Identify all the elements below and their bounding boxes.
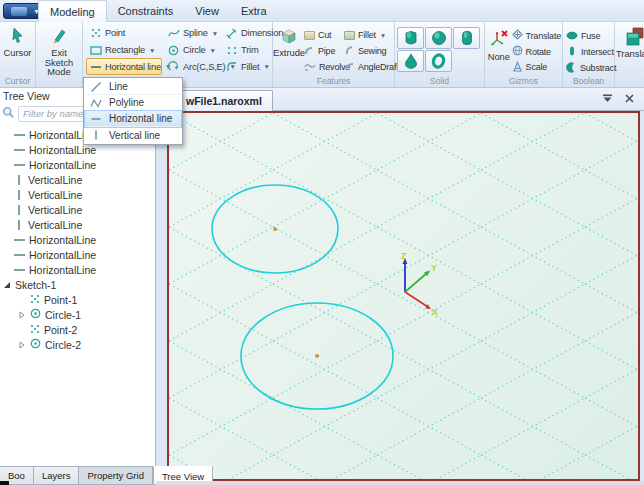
point-icon: [30, 324, 40, 336]
tree-item[interactable]: HorizontalLine: [0, 262, 155, 277]
fillet-feature-icon: [344, 31, 355, 40]
tree-item-label: Sketch-1: [15, 279, 56, 291]
group-footer-boolean: Boolean: [563, 76, 614, 86]
tree-item[interactable]: Circle-2: [0, 337, 155, 352]
ribbon-group-gizmos: None Translate Rotate Scale Gizmos: [485, 22, 563, 87]
substract-button[interactable]: Substract: [566, 60, 613, 76]
polyline-icon: [90, 97, 102, 109]
expander-collapsed-icon[interactable]: [18, 339, 26, 351]
tree-item-label: Point-1: [44, 294, 77, 306]
menu-item-label: Horizontal line: [109, 113, 172, 124]
exit-sketch-mode-button[interactable]: Exit Sketch Mode: [37, 25, 81, 75]
translate-button[interactable]: Translate: [616, 25, 644, 75]
pipe-label: Pipe: [318, 46, 335, 56]
document-tab[interactable]: wFile1.naroxml: [179, 90, 273, 111]
tree-item[interactable]: VerticalLine: [0, 172, 155, 187]
expander-expanded-icon[interactable]: [3, 279, 11, 291]
cut-label: Cut: [318, 30, 331, 40]
cut-button[interactable]: Cut: [304, 27, 344, 43]
trim-icon: [225, 45, 238, 55]
viewport-canvas[interactable]: Z Y X: [167, 111, 640, 481]
menu-item-horizontal-line[interactable]: Horizontal line: [85, 111, 181, 127]
group-footer-gizmos: Gizmos: [485, 76, 562, 86]
cone-icon: [404, 53, 418, 69]
gizmo-rotate-button[interactable]: Rotate: [512, 44, 561, 60]
horizontal-line-icon: [14, 134, 25, 136]
gizmo-translate-button[interactable]: Translate: [512, 28, 561, 44]
horizontal-line-icon: [89, 66, 102, 68]
scale-gizmo-icon: [512, 61, 523, 74]
tab-constraints[interactable]: Constraints: [107, 0, 185, 22]
tree-item[interactable]: HorizontalLine: [0, 232, 155, 247]
tab-layers[interactable]: Layers: [34, 467, 80, 485]
tree-item[interactable]: Circle-1: [0, 307, 155, 322]
menu-item-vertical-line[interactable]: Vertical line: [85, 127, 181, 143]
close-icon[interactable]: [625, 93, 634, 105]
menu-item-polyline[interactable]: Polyline: [85, 95, 181, 111]
tree-item-label: VerticalLine: [28, 204, 82, 216]
tab-modeling[interactable]: Modeling: [38, 0, 107, 22]
gizmo-none-button[interactable]: None: [486, 25, 512, 75]
point-icon: [30, 294, 40, 306]
horizontal-line-button[interactable]: Horizontal line ▼: [86, 58, 162, 75]
fillet-feature-button[interactable]: Fillet ▼: [344, 27, 394, 43]
ribbon-group-cursor: Cursor Cursor: [0, 22, 36, 87]
solid-cone-button[interactable]: [397, 50, 424, 72]
menu-item-label: Vertical line: [109, 130, 160, 141]
sewing-button[interactable]: Sewing: [344, 43, 394, 59]
pipe-button[interactable]: Pipe: [304, 43, 344, 59]
tab-property-grid[interactable]: Property Grid: [79, 467, 153, 485]
substract-icon: [566, 62, 577, 75]
angledraft-button[interactable]: AngleDraft: [344, 59, 394, 75]
circle-button[interactable]: Circle ▼: [164, 42, 220, 59]
expander-collapsed-icon[interactable]: [18, 309, 26, 321]
gizmo-scale-button[interactable]: Scale: [512, 59, 561, 75]
vertical-line-icon: [90, 129, 102, 141]
cursor-button[interactable]: Cursor: [1, 25, 34, 75]
solid-box-button[interactable]: [397, 27, 424, 49]
revolve-button[interactable]: Revolve: [304, 59, 344, 75]
menu-item-line[interactable]: Line: [85, 79, 181, 95]
tree-item[interactable]: HorizontalLine: [0, 157, 155, 172]
solid-sphere-button[interactable]: [425, 27, 452, 49]
tree-item-label: Circle-2: [45, 339, 81, 351]
tree-item[interactable]: HorizontalLine: [0, 247, 155, 262]
tree-item[interactable]: VerticalLine: [0, 217, 155, 232]
solid-cylinder-button[interactable]: [453, 27, 480, 49]
axis-z-label: Z: [401, 251, 407, 261]
tree-item-sketch[interactable]: Sketch-1: [0, 277, 155, 292]
menu-item-label: Line: [109, 81, 128, 92]
group-footer-cursor: Cursor: [0, 76, 35, 86]
fuse-button[interactable]: Fuse: [566, 28, 613, 44]
tree-item[interactable]: Point-1: [0, 292, 155, 307]
pin-panel-icon[interactable]: [602, 93, 613, 105]
angledraft-icon: [344, 61, 355, 74]
circle-1-center-point[interactable]: [274, 228, 277, 231]
trim-button[interactable]: Trim: [222, 42, 274, 59]
line-type-dropdown: Line Polyline Horizontal line Vertical l…: [83, 77, 183, 145]
point-button[interactable]: Point: [86, 25, 162, 42]
solid-torus-button[interactable]: [425, 50, 452, 72]
pipe-icon: [304, 45, 315, 58]
circle-icon: [167, 45, 180, 56]
sewing-icon: [344, 45, 355, 58]
tab-view[interactable]: View: [184, 0, 230, 22]
horizontal-line-icon: [14, 164, 25, 166]
extrude-button[interactable]: Extrude: [274, 25, 304, 75]
exit-sketch-mode-label: Exit Sketch Mode: [37, 49, 81, 78]
dimension-button[interactable]: Dimension ▼: [222, 25, 274, 42]
arc-button[interactable]: Arc(C,S,E) ▼: [164, 58, 220, 75]
tree-item[interactable]: VerticalLine: [0, 202, 155, 217]
rectangle-button[interactable]: Rectangle ▼: [86, 42, 162, 59]
cursor-button-label: Cursor: [4, 49, 32, 59]
fillet-button[interactable]: Fillet ▼: [222, 58, 274, 75]
tree-item[interactable]: Point-2: [0, 322, 155, 337]
vertical-line-icon: [18, 205, 20, 215]
intersect-button[interactable]: Intersect: [566, 44, 613, 60]
circle-2-center-point[interactable]: [315, 354, 319, 357]
tab-extra[interactable]: Extra: [230, 0, 278, 22]
spline-button[interactable]: Spline ▼: [164, 25, 220, 42]
tree-item[interactable]: VerticalLine: [0, 187, 155, 202]
revolve-icon: [304, 61, 316, 74]
arc-icon: [167, 61, 180, 72]
